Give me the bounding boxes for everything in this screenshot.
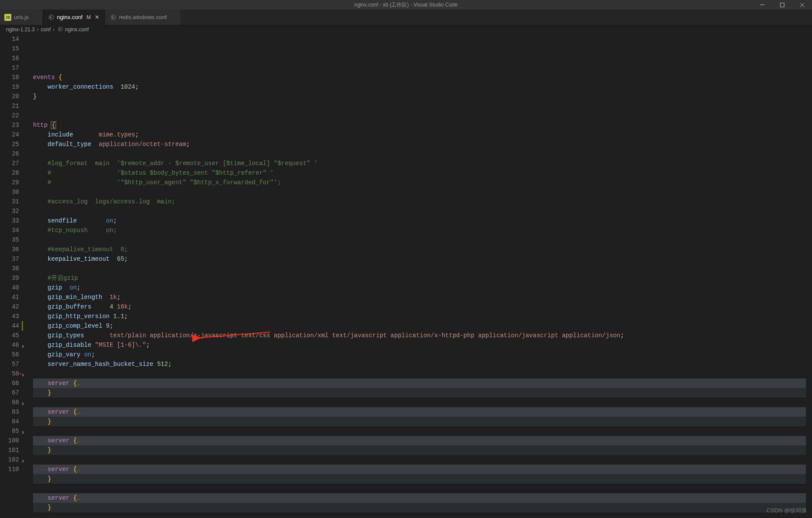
code-line[interactable]: server {… [33,436,812,445]
chevron-right-icon[interactable]: › [19,370,25,380]
breadcrumb-part[interactable]: nginx.conf [65,27,89,33]
code-line[interactable] [33,398,812,407]
breadcrumb-part[interactable]: conf [41,27,51,33]
code-line[interactable]: sendfile on; [33,216,812,226]
chevron-right-icon[interactable]: › [19,428,25,437]
editor[interactable]: 1415161718192021222324252627282930313233… [0,34,812,518]
code-line[interactable]: # '$status $body_bytes_sent "$http_refer… [33,168,812,178]
code-line[interactable] [33,264,812,273]
code-line[interactable] [33,206,812,216]
line-number[interactable]: 83 [0,407,19,417]
tab-urls-js[interactable]: JS urls.js ✕ [0,10,43,25]
code-line[interactable]: } [33,417,812,426]
code-line[interactable]: } [33,503,812,512]
code-line[interactable] [33,149,812,159]
code-line[interactable]: } [33,445,812,455]
maximize-button[interactable] [772,0,792,10]
line-number[interactable]: 14 [0,34,19,44]
code-area[interactable]: events { worker_connections 1024;}http {… [27,34,812,518]
code-line[interactable]: #log_format main '$remote_addr - $remote… [33,159,812,168]
line-number[interactable]: 68› [0,398,19,407]
code-line[interactable]: gzip on; [33,283,812,292]
breadcrumb-part[interactable]: nginx-1.21.3 [6,27,35,33]
line-number[interactable]: 21 [0,101,19,111]
chevron-right-icon[interactable]: › [19,399,25,408]
code-line[interactable]: gzip_vary on; [33,350,812,359]
minimize-button[interactable] [752,0,772,10]
line-number[interactable]: 29 [0,178,19,187]
code-line[interactable]: } [33,388,812,398]
line-number[interactable]: 25 [0,139,19,149]
code-line[interactable]: server {… [33,407,812,417]
code-line[interactable]: gzip_http_version 1.1; [33,312,812,321]
code-line[interactable]: # '"$http_user_agent" "$http_x_forwarded… [33,178,812,187]
close-icon[interactable]: ✕ [93,14,100,21]
chevron-right-icon[interactable]: › [19,456,25,466]
line-number[interactable]: 16 [0,53,19,63]
code-line[interactable]: #access_log logs/access.log main; [33,197,812,206]
line-number[interactable]: 27 [0,159,19,168]
code-line[interactable] [33,426,812,436]
line-number[interactable]: 28 [0,168,19,178]
line-number[interactable]: 66 [0,379,19,388]
close-button[interactable] [792,0,812,10]
line-number[interactable]: 24 [0,130,19,139]
line-number[interactable]: 17 [0,63,19,73]
line-number[interactable]: 46› [0,340,19,350]
line-number[interactable]: 37 [0,254,19,264]
code-line[interactable]: #tcp_nopush on; [33,226,812,235]
code-line[interactable]: server {… [33,379,812,388]
line-number[interactable]: 110 [0,465,19,474]
line-number[interactable]: 22 [0,111,19,120]
code-line[interactable]: include mime.types; [33,130,812,139]
line-number[interactable]: 26 [0,149,19,159]
code-line[interactable]: gzip_comp_level 9; [33,321,812,331]
code-line[interactable] [33,111,812,120]
line-number[interactable]: 85› [0,426,19,436]
code-line[interactable] [33,369,812,379]
line-number[interactable]: 31 [0,197,19,206]
code-line[interactable]: server {… [33,493,812,503]
line-number[interactable]: 30 [0,187,19,197]
line-number[interactable]: 15 [0,44,19,53]
code-line[interactable]: server {… [33,465,812,474]
line-number[interactable]: 100 [0,436,19,445]
line-number[interactable]: 67 [0,388,19,398]
line-number[interactable]: 35 [0,235,19,245]
code-line[interactable]: } [33,474,812,484]
code-line[interactable]: #keepalive_timeout 0; [33,245,812,254]
line-number[interactable]: 58› [0,369,19,379]
code-line[interactable]: gzip_types text/plain application/x-java… [33,331,812,340]
line-number[interactable]: 44 [0,321,19,331]
line-number[interactable]: 42 [0,302,19,312]
line-number[interactable]: 38 [0,264,19,273]
code-line[interactable]: keepalive_timeout 65; [33,254,812,264]
code-line[interactable] [33,101,812,111]
code-line[interactable]: gzip_buffers 4 16k; [33,302,812,312]
code-line[interactable]: gzip_min_length 1k; [33,292,812,302]
code-line[interactable]: events { [33,73,812,82]
code-line[interactable]: default_type application/octet-stream; [33,139,812,149]
line-number[interactable]: 56 [0,350,19,359]
line-number[interactable]: 33 [0,216,19,226]
code-line[interactable]: http { [33,120,812,130]
line-number[interactable]: 57 [0,359,19,369]
line-number-gutter[interactable]: 1415161718192021222324252627282930313233… [0,34,27,518]
minimap[interactable] [806,34,812,518]
line-number[interactable]: 40 [0,283,19,292]
line-number[interactable]: 20 [0,92,19,101]
code-line[interactable]: server_names_hash_bucket_size 512; [33,359,812,369]
line-number[interactable]: 19 [0,82,19,92]
code-line[interactable]: #开启gzip [33,273,812,283]
tab-nginx-conf[interactable]: nginx.conf M ✕ [43,10,105,25]
line-number[interactable]: 23 [0,120,19,130]
line-number[interactable]: 39 [0,273,19,283]
code-line[interactable]: worker_connections 1024; [33,82,812,92]
line-number[interactable]: 18 [0,73,19,82]
line-number[interactable]: 36 [0,245,19,254]
code-line[interactable] [33,187,812,197]
line-number[interactable]: 32 [0,206,19,216]
line-number[interactable]: 45 [0,331,19,340]
code-line[interactable] [33,235,812,245]
chevron-right-icon[interactable]: › [19,342,25,351]
